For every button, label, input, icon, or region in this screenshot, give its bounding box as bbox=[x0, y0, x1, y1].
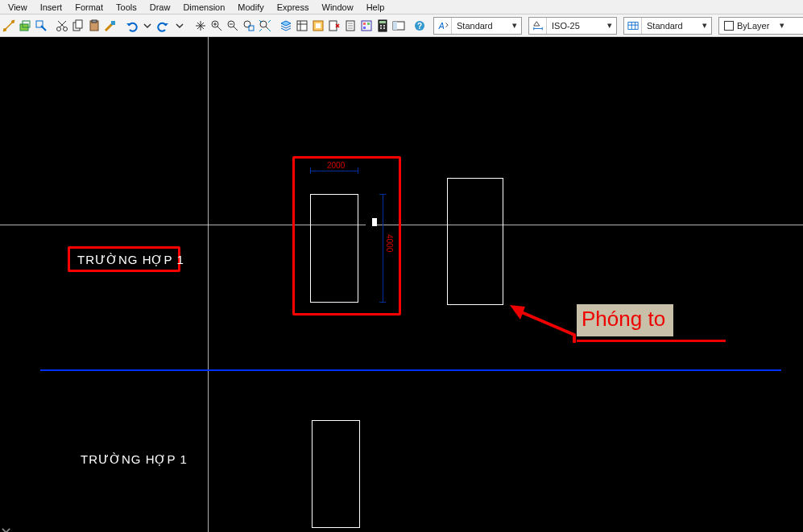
chevron-down-icon: ▾ bbox=[698, 20, 711, 31]
chevron-down-icon[interactable] bbox=[140, 18, 155, 34]
chevron-down-icon: ▾ bbox=[776, 20, 789, 31]
layers-icon[interactable] bbox=[279, 18, 293, 34]
paste-icon[interactable] bbox=[87, 18, 101, 34]
svg-rect-22 bbox=[362, 21, 371, 31]
crosshair-horizontal bbox=[0, 225, 803, 225]
svg-point-5 bbox=[57, 27, 61, 31]
chevron-down-icon[interactable] bbox=[172, 18, 187, 34]
svg-rect-23 bbox=[363, 23, 366, 25]
block-icon[interactable] bbox=[311, 18, 325, 34]
svg-point-28 bbox=[380, 25, 382, 27]
annotation-arrow bbox=[506, 299, 578, 347]
main-toolbar: ? A Standard ▾ ISO-25 ▾ Standard ▾ ByLay… bbox=[0, 14, 803, 37]
xref-icon[interactable] bbox=[327, 18, 341, 34]
annotation-underline bbox=[577, 340, 726, 342]
blue-separator-line bbox=[40, 369, 781, 371]
svg-rect-17 bbox=[297, 21, 307, 31]
svg-rect-25 bbox=[363, 27, 366, 29]
svg-rect-19 bbox=[316, 23, 321, 28]
chevron-down-icon: ▾ bbox=[603, 20, 616, 31]
redo-icon[interactable] bbox=[156, 18, 171, 34]
svg-rect-20 bbox=[329, 21, 337, 31]
svg-point-6 bbox=[64, 27, 68, 31]
svg-point-29 bbox=[383, 25, 385, 27]
case-label-2: TRƯỜNG HỢP 1 bbox=[81, 452, 188, 467]
menu-window[interactable]: Window bbox=[316, 2, 360, 13]
help-icon[interactable]: ? bbox=[412, 18, 427, 34]
highlight-box-rect bbox=[292, 156, 401, 315]
table-style-value: Standard bbox=[642, 21, 698, 31]
zoom-in-icon[interactable] bbox=[209, 18, 224, 34]
calculator-icon[interactable] bbox=[375, 18, 390, 34]
zoom-window-icon[interactable] bbox=[242, 18, 256, 34]
match-icon[interactable] bbox=[103, 18, 118, 34]
color-swatch-icon bbox=[724, 21, 734, 31]
text-style-value: Standard bbox=[452, 21, 508, 31]
properties-icon[interactable] bbox=[295, 18, 309, 34]
layer-color-dropdown[interactable]: ByLayer ▾ bbox=[718, 17, 803, 35]
cursor-icon bbox=[366, 218, 377, 226]
annotation-label: Phóng to bbox=[577, 304, 673, 336]
distance-icon[interactable] bbox=[2, 18, 16, 34]
tool-palette-icon[interactable] bbox=[359, 18, 374, 34]
svg-point-14 bbox=[244, 21, 250, 27]
dim-style-dropdown[interactable]: ISO-25 ▾ bbox=[528, 17, 617, 35]
svg-rect-8 bbox=[76, 20, 82, 28]
menu-bar: View Insert Format Tools Draw Dimension … bbox=[0, 0, 803, 14]
zoom-out-icon[interactable] bbox=[226, 18, 240, 34]
undo-icon[interactable] bbox=[124, 18, 139, 34]
menu-help[interactable]: Help bbox=[360, 2, 391, 13]
svg-rect-24 bbox=[367, 23, 370, 25]
svg-rect-33 bbox=[393, 22, 397, 30]
svg-point-30 bbox=[380, 27, 382, 29]
menu-view[interactable]: View bbox=[2, 2, 34, 13]
svg-rect-39 bbox=[366, 218, 372, 226]
text-style-icon: A bbox=[434, 18, 452, 34]
svg-point-1 bbox=[11, 20, 14, 23]
svg-rect-27 bbox=[379, 21, 386, 23]
annotation-text: Phóng to bbox=[582, 307, 665, 331]
layer-color-value: ByLayer bbox=[737, 21, 769, 31]
svg-text:A: A bbox=[437, 21, 444, 31]
dim-style-value: ISO-25 bbox=[547, 21, 603, 31]
zoom-extents-icon[interactable] bbox=[258, 18, 272, 34]
design-center-icon[interactable] bbox=[391, 18, 406, 34]
menu-modify[interactable]: Modify bbox=[231, 2, 270, 13]
crosshair-vertical bbox=[208, 37, 209, 532]
sheet-icon[interactable] bbox=[343, 18, 358, 34]
svg-text:?: ? bbox=[417, 22, 422, 31]
ucs-icon: ✕ bbox=[0, 524, 12, 532]
menu-insert[interactable]: Insert bbox=[34, 2, 69, 13]
svg-rect-37 bbox=[627, 22, 637, 29]
dim-style-icon bbox=[529, 18, 547, 34]
area-icon[interactable] bbox=[18, 18, 32, 34]
menu-dimension[interactable]: Dimension bbox=[176, 2, 231, 13]
svg-point-31 bbox=[383, 27, 385, 29]
menu-express[interactable]: Express bbox=[271, 2, 316, 13]
case-label-1: TRƯỜNG HỢP 1 bbox=[77, 253, 184, 267]
menu-draw[interactable]: Draw bbox=[143, 2, 177, 13]
text-style-dropdown[interactable]: A Standard ▾ bbox=[433, 17, 522, 35]
table-style-dropdown[interactable]: Standard ▾ bbox=[623, 17, 712, 35]
chevron-down-icon: ▾ bbox=[508, 20, 521, 31]
qselect-icon[interactable] bbox=[34, 18, 48, 34]
copy-icon[interactable] bbox=[71, 18, 85, 34]
drawing-canvas[interactable]: 2000 4000 TRƯỜNG HỢP 1 TRƯỜNG HỢP 1 Phón… bbox=[0, 37, 803, 532]
cad-rectangle-bottom bbox=[312, 420, 360, 528]
cad-rectangle-scaled bbox=[447, 178, 503, 305]
menu-format[interactable]: Format bbox=[68, 2, 110, 13]
svg-point-0 bbox=[3, 28, 6, 31]
pan-icon[interactable] bbox=[193, 18, 208, 34]
svg-rect-11 bbox=[111, 21, 115, 25]
svg-rect-10 bbox=[92, 20, 97, 23]
cut-icon[interactable] bbox=[55, 18, 69, 34]
menu-tools[interactable]: Tools bbox=[110, 2, 143, 13]
table-style-icon bbox=[624, 18, 642, 34]
